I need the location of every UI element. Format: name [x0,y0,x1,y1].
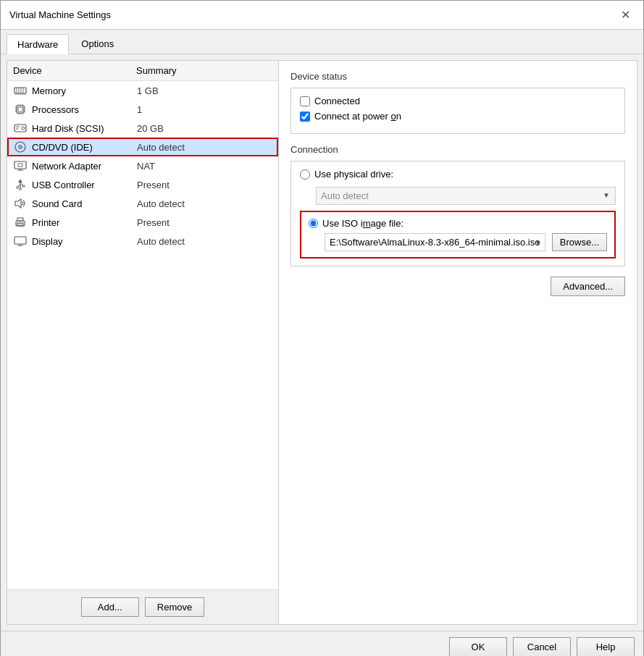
device-name-printer: Printer [32,217,137,228]
connected-label: Connected [314,96,360,106]
sound-icon [13,198,28,209]
tab-hardware[interactable]: Hardware [7,34,69,54]
device-name-processors: Processors [32,104,137,115]
memory-icon [13,85,28,96]
virtual-machine-settings-window: Virtual Machine Settings ✕ Hardware Opti… [0,0,644,656]
device-name-usb: USB Controller [32,180,137,190]
svg-point-25 [22,127,25,130]
iso-label: Use ISO image file: [322,218,403,229]
device-item-printer[interactable]: Printer Present [7,213,278,232]
usb-icon [13,179,28,190]
bottom-bar: OK Cancel Help [1,631,643,656]
left-panel-buttons: Add... Remove [7,589,278,624]
device-summary-sound: Auto detect [137,198,185,209]
connection-section: Use physical drive: Auto detect Use ISO … [290,161,625,266]
device-status-section: Connected Connect at power on [290,88,625,134]
display-icon [13,235,28,247]
device-item-memory[interactable]: Memory 1 GB [7,81,278,100]
iso-file-row: E:\Software\AlmaLinux-8.3-x86_64-minimal… [325,233,607,251]
device-summary-usb: Present [137,180,170,190]
iso-radio[interactable] [309,219,318,228]
device-summary-display: Auto detect [137,236,185,247]
device-item-sound[interactable]: Sound Card Auto detect [7,194,278,213]
device-name-sound: Sound Card [32,198,137,209]
device-summary-network: NAT [137,161,155,172]
svg-rect-0 [14,88,26,93]
svg-marker-36 [18,180,22,182]
advanced-row: Advanced... [290,277,625,296]
left-panel: Device Summary Memory 1 GB [7,61,279,624]
physical-drive-select-wrapper: Auto detect [316,184,616,205]
physical-drive-label: Use physical drive: [314,169,393,180]
title-bar: Virtual Machine Settings ✕ [1,1,643,30]
svg-rect-48 [14,237,26,244]
iso-section: Use ISO image file: E:\Software\AlmaLinu… [300,211,616,258]
device-status-title: Device status [290,71,625,82]
add-button[interactable]: Add... [81,597,139,617]
remove-button[interactable]: Remove [145,597,204,617]
hdd-icon [13,122,28,134]
ok-button[interactable]: OK [449,637,507,656]
svg-rect-11 [18,107,22,112]
svg-rect-31 [14,161,26,169]
iso-dropdown-wrapper: E:\Software\AlmaLinux-8.3-x86_64-minimal… [325,233,548,251]
device-list: Memory 1 GB Processors 1 Hard Disk [7,81,278,589]
device-summary-printer: Present [137,217,170,228]
device-item-harddisk[interactable]: Hard Disk (SCSI) 20 GB [7,119,278,138]
device-summary-harddisk: 20 GB [137,123,164,134]
cd-icon [13,141,28,153]
connected-checkbox[interactable] [300,96,310,106]
physical-drive-select[interactable]: Auto detect [316,187,616,205]
connect-power-checkbox[interactable] [300,112,310,122]
svg-rect-34 [18,164,22,167]
iso-radio-row: Use ISO image file: [309,218,607,229]
cpu-icon [13,104,28,115]
device-summary-memory: 1 GB [137,85,159,96]
window-title: Virtual Machine Settings [9,9,111,20]
device-name-memory: Memory [32,85,137,96]
device-name-harddisk: Hard Disk (SCSI) [32,123,137,134]
device-item-cddvd[interactable]: CD/DVD (IDE) Auto detect [7,138,278,156]
browse-button[interactable]: Browse... [552,233,607,251]
device-item-display[interactable]: Display Auto detect [7,232,278,251]
right-panel: Device status Connected Connect at power… [279,61,637,624]
connected-row: Connected [300,96,616,106]
physical-drive-radio[interactable] [300,169,310,180]
device-name-cddvd: CD/DVD (IDE) [32,142,137,153]
main-content: Device Summary Memory 1 GB [7,60,637,625]
tab-options[interactable]: Options [70,34,125,54]
svg-line-37 [20,183,23,185]
advanced-button[interactable]: Advanced... [551,277,625,296]
device-item-network[interactable]: Network Adapter NAT [7,156,278,175]
device-item-usb[interactable]: USB Controller Present [7,175,278,194]
svg-rect-44 [17,218,23,221]
connection-title: Connection [290,144,625,155]
col-device-header: Device [13,65,136,76]
col-summary-header: Summary [136,65,177,76]
physical-drive-row: Use physical drive: [300,169,616,180]
svg-point-30 [20,146,21,148]
tab-bar: Hardware Options [1,30,643,54]
device-summary-cddvd: Auto detect [137,142,185,153]
close-button[interactable]: ✕ [616,7,635,23]
network-icon [13,160,28,172]
device-name-network: Network Adapter [32,161,137,172]
device-item-processors[interactable]: Processors 1 [7,100,278,119]
svg-marker-42 [15,199,21,208]
device-list-header: Device Summary [7,61,278,81]
connect-power-row: Connect at power on [300,111,616,122]
svg-rect-38 [22,185,25,187]
connect-power-label: Connect at power on [314,111,401,122]
svg-rect-10 [17,106,24,113]
device-name-display: Display [32,236,137,247]
printer-icon [13,216,28,228]
help-button[interactable]: Help [577,637,635,656]
cancel-button[interactable]: Cancel [513,637,571,656]
iso-file-select[interactable]: E:\Software\AlmaLinux-8.3-x86_64-minimal… [325,233,545,251]
device-summary-processors: 1 [137,104,142,115]
